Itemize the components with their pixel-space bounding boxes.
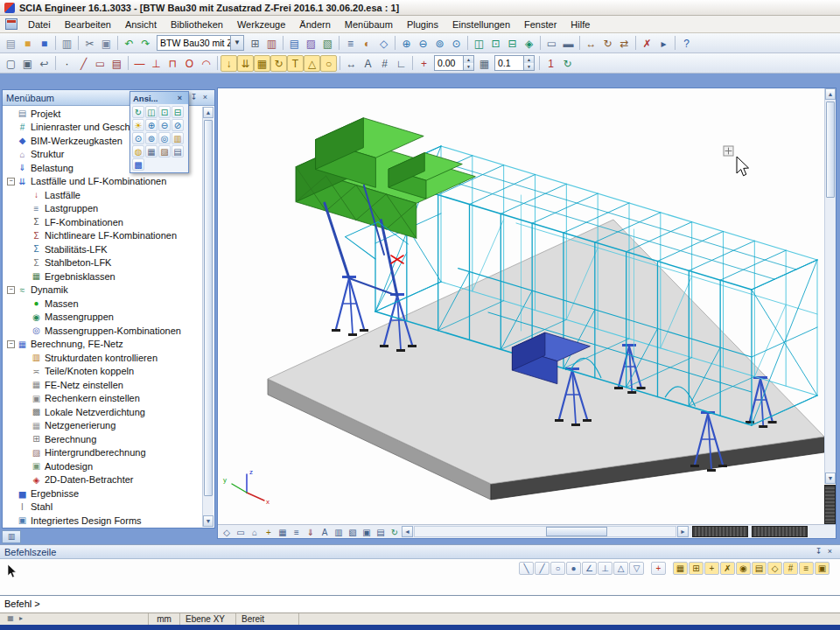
regen-view-icon[interactable]: ↻: [388, 526, 402, 538]
tree-item-massengruppen[interactable]: ◉Massengruppen: [4, 311, 202, 325]
help-icon[interactable]: ?: [678, 35, 695, 52]
snap-inverted-icon[interactable]: ▽: [629, 562, 644, 575]
axonometric-icon[interactable]: ◈: [521, 35, 537, 52]
zoom-in-icon[interactable]: ⊕: [398, 35, 415, 52]
raster-icon[interactable]: #: [783, 562, 798, 575]
polar-mode-icon[interactable]: ◇: [767, 562, 782, 575]
snap-settings-icon[interactable]: +: [651, 562, 666, 575]
combo-dropdown-icon[interactable]: ▼: [230, 36, 243, 50]
tree-expander-icon[interactable]: −: [7, 286, 15, 294]
paperspace-icon[interactable]: ▧: [319, 35, 336, 52]
text-label-icon[interactable]: A: [360, 55, 376, 72]
mirror-icon[interactable]: ⇄: [616, 35, 633, 52]
menu-einstellungen[interactable]: Einstellungen: [445, 17, 517, 32]
spin-up-icon[interactable]: ▲: [524, 56, 534, 63]
sun-light-icon[interactable]: ☀: [132, 119, 144, 131]
guides-icon[interactable]: ≡: [799, 562, 814, 575]
tree-item-massengruppen-kombinationen[interactable]: ◎Massengruppen-Kombinationen: [4, 324, 202, 338]
snap-midpoint-icon[interactable]: ╱: [535, 562, 550, 575]
docked-panel-tab[interactable]: ▥: [2, 530, 21, 543]
support-icon[interactable]: △: [304, 55, 320, 72]
load-display-icon[interactable]: ⇓: [304, 526, 318, 538]
render-mode-icon[interactable]: ▭: [234, 526, 248, 538]
delete-icon[interactable]: ✗: [639, 35, 655, 52]
tree-item-rechenkern-einstellen[interactable]: ▣Rechenkern einstellen: [4, 392, 202, 406]
arc-icon[interactable]: ◠: [198, 55, 214, 72]
menu-ändern[interactable]: Ändern: [292, 17, 337, 32]
tree-item-berechnung[interactable]: ⊞Berechnung: [4, 432, 202, 446]
menu-plugins[interactable]: Plugins: [400, 17, 445, 32]
move-icon[interactable]: ↔: [583, 35, 599, 52]
scroll-right-icon[interactable]: ►: [677, 526, 689, 537]
grid-toggle-icon[interactable]: ▦: [276, 526, 290, 538]
tree-item-ergebnisse[interactable]: ▅Ergebnisse: [4, 486, 202, 500]
snap-triangle-icon[interactable]: △: [613, 562, 628, 575]
tree-item-stabilitaets-lfk[interactable]: ΣStabilitäts-LFK: [4, 242, 202, 256]
open-icon[interactable]: ■: [19, 35, 36, 52]
tree-item-stahl[interactable]: IStahl: [4, 500, 202, 514]
tree-item-lf-kombinationen[interactable]: ΣLF-Kombinationen: [4, 215, 202, 229]
snap-step-icon[interactable]: ▦: [476, 55, 493, 72]
spinner[interactable]: ▲▼: [523, 56, 534, 70]
view-front-icon[interactable]: ◫: [145, 106, 158, 118]
undo-icon[interactable]: ↶: [121, 35, 137, 52]
view-palette-header[interactable]: Ansi... ×: [130, 92, 188, 104]
tree-item-fe-netz-einstellen[interactable]: ▦FE-Netz einstellen: [4, 378, 202, 392]
gallery-icon[interactable]: ▨: [303, 35, 319, 52]
status-plane[interactable]: Ebene XY: [180, 613, 236, 625]
model-viewport[interactable]: xyz ▲ ▼ ◇▭⌂+▦≡⇓A▥▧▣▤↻ ◄ ►: [217, 88, 836, 539]
tree-item-nichtlineare-lf-kombinationen[interactable]: ΣNichtlineare LF-Kombinationen: [4, 229, 202, 243]
moment-load-icon[interactable]: ↻: [270, 55, 287, 72]
named-selection-icon[interactable]: ◇: [375, 35, 392, 52]
clip-box-icon[interactable]: ▦: [145, 145, 158, 158]
ucs-icon[interactable]: ∟: [393, 55, 410, 72]
member-2d-icon[interactable]: ▭: [92, 55, 108, 72]
project-combo[interactable]: BTW Bau30 mit Zu: ▼: [157, 35, 244, 51]
tree-item-lastgruppen[interactable]: ≡Lastgruppen: [4, 202, 202, 216]
view-parameters-icon[interactable]: ▤: [172, 145, 184, 158]
redo-icon[interactable]: ↷: [137, 35, 154, 52]
child-window-icon[interactable]: [5, 18, 18, 30]
hinge-icon[interactable]: ○: [320, 55, 337, 72]
label-display-icon[interactable]: A: [318, 526, 332, 538]
lamp-icon[interactable]: ◍: [132, 145, 144, 158]
surface-load-icon[interactable]: ▦: [254, 55, 270, 72]
scroll-thumb[interactable]: [204, 120, 213, 496]
tree-item-berechnung-fe-netz[interactable]: −▦Berechnung, FE-Netz: [4, 338, 202, 352]
menu-menübaum[interactable]: Menübaum: [338, 17, 400, 32]
dot-grid-icon[interactable]: ⊞: [689, 562, 704, 575]
rotate-icon[interactable]: ↻: [599, 35, 616, 52]
spin-up-icon[interactable]: ▲: [464, 56, 473, 63]
previous-selection-icon[interactable]: ↩: [36, 55, 52, 72]
scale-1-icon[interactable]: 1: [542, 55, 559, 72]
calculator-icon[interactable]: ⊞: [247, 35, 263, 52]
beam-icon[interactable]: —: [131, 55, 148, 72]
select-by-property-icon[interactable]: ▣: [19, 55, 36, 72]
tree-item-lastfaelle[interactable]: ↓Lastfälle: [4, 188, 202, 202]
line-load-icon[interactable]: ⇊: [237, 55, 254, 72]
rendered-icon[interactable]: ▬: [560, 35, 577, 52]
scroll-left-icon[interactable]: ◄: [402, 526, 413, 537]
column-icon[interactable]: ⊥: [148, 55, 164, 72]
snap-circle-icon[interactable]: ○: [550, 562, 565, 575]
shaded-display-icon[interactable]: ▩: [132, 158, 144, 171]
view-image-icon[interactable]: ▨: [158, 145, 171, 158]
save-icon[interactable]: ■: [36, 35, 52, 52]
spin-down-icon[interactable]: ▼: [524, 63, 534, 70]
tree-item-dynamik[interactable]: −≈Dynamik: [4, 284, 202, 298]
print-icon[interactable]: ▥: [59, 35, 75, 52]
node-icon[interactable]: ·: [59, 55, 75, 72]
ortho-mode-icon[interactable]: ▤: [752, 562, 766, 575]
zoom-window-icon[interactable]: ⊙: [448, 35, 465, 52]
dimension-line-icon[interactable]: ↔: [343, 55, 360, 72]
select-cursor-icon[interactable]: ▢: [3, 55, 19, 72]
coord-system-icon[interactable]: ⌂: [248, 526, 262, 538]
scroll-down-icon[interactable]: ▼: [825, 472, 836, 484]
menu-hilfe[interactable]: Hilfe: [564, 17, 597, 32]
viewport-vscrollbar[interactable]: ▲ ▼: [824, 88, 836, 484]
zoom-window-icon[interactable]: ⊙: [132, 132, 144, 144]
zoom-selection-icon[interactable]: ◎: [158, 132, 171, 144]
tracking-icon[interactable]: ◉: [736, 562, 751, 575]
tree-item-autodesign[interactable]: ▣Autodesign: [4, 459, 202, 473]
regenerate-icon[interactable]: ↻: [559, 55, 576, 72]
